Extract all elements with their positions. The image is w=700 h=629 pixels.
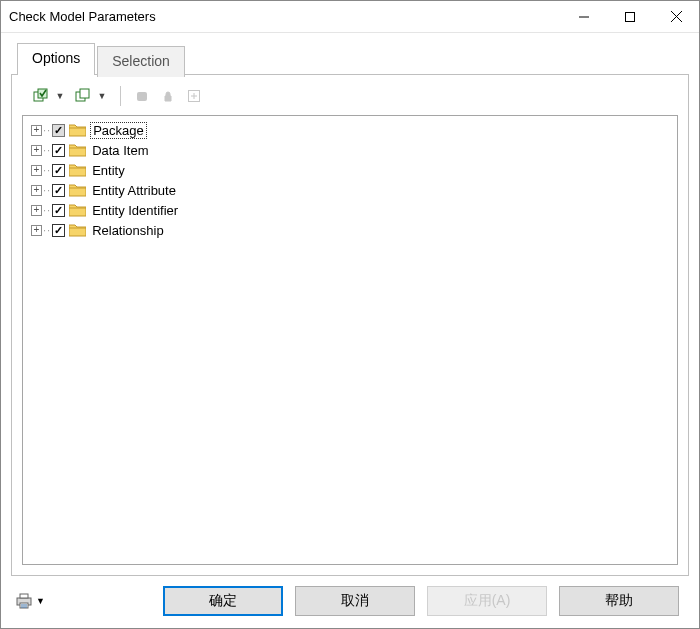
tree-connector: ·· xyxy=(42,184,52,196)
tree-connector: ·· xyxy=(42,204,52,216)
tab-label: Options xyxy=(32,50,80,66)
tree-item[interactable]: + ·· Entity Attribute xyxy=(31,180,675,200)
window-controls xyxy=(561,1,699,32)
add-rule-button xyxy=(183,85,205,107)
dialog-buttons: 确定 取消 应用(A) 帮助 xyxy=(163,586,679,616)
output-options-button[interactable]: ▼ xyxy=(15,592,45,610)
tree-connector: ·· xyxy=(42,144,52,156)
tree-item-label: Data Item xyxy=(90,143,150,158)
select-all-dropdown[interactable]: ▼ xyxy=(56,91,64,101)
titlebar: Check Model Parameters xyxy=(1,1,699,33)
folder-icon xyxy=(69,143,86,157)
dropdown-caret-icon: ▼ xyxy=(36,596,45,606)
dialog-window: Check Model Parameters Options Selection xyxy=(0,0,700,629)
checkbox[interactable] xyxy=(52,224,65,237)
deselect-all-dropdown[interactable]: ▼ xyxy=(98,91,106,101)
tree-item-label: Entity Identifier xyxy=(90,203,180,218)
close-icon xyxy=(671,11,682,22)
folder-icon xyxy=(69,163,86,177)
ok-button[interactable]: 确定 xyxy=(163,586,283,616)
checkbox[interactable] xyxy=(52,184,65,197)
help-button[interactable]: 帮助 xyxy=(559,586,679,616)
folder-icon xyxy=(69,183,86,197)
tree-connector: ·· xyxy=(42,124,52,136)
tab-pane-options: ▼ ▼ xyxy=(11,74,689,576)
tree-item-label: Entity xyxy=(90,163,127,178)
toolbar-separator xyxy=(120,86,121,106)
expand-toggle[interactable]: + xyxy=(31,225,42,236)
lock-icon xyxy=(161,89,175,103)
expand-toggle[interactable]: + xyxy=(31,125,42,136)
apply-button: 应用(A) xyxy=(427,586,547,616)
tree-item-label: Relationship xyxy=(90,223,166,238)
maximize-icon xyxy=(625,12,635,22)
plus-icon xyxy=(187,89,201,103)
button-label: 应用(A) xyxy=(464,592,511,610)
tree-item[interactable]: + ·· Relationship xyxy=(31,220,675,240)
checkbox[interactable] xyxy=(52,144,65,157)
close-button[interactable] xyxy=(653,1,699,32)
expand-toggle[interactable]: + xyxy=(31,185,42,196)
deselect-all-icon xyxy=(75,88,91,104)
checkbox[interactable] xyxy=(52,164,65,177)
lock-button xyxy=(157,85,179,107)
cancel-button[interactable]: 取消 xyxy=(295,586,415,616)
client-area: Options Selection ▼ xyxy=(1,33,699,628)
svg-rect-7 xyxy=(80,89,89,98)
button-label: 取消 xyxy=(341,592,369,610)
tree-item[interactable]: + ·· Entity Identifier xyxy=(31,200,675,220)
tree-connector: ·· xyxy=(42,224,52,236)
tree-connector: ·· xyxy=(42,164,52,176)
button-label: 确定 xyxy=(209,592,237,610)
tree-item[interactable]: + ·· Data Item xyxy=(31,140,675,160)
minimize-icon xyxy=(579,12,589,22)
svg-rect-1 xyxy=(626,12,635,21)
folder-icon xyxy=(69,203,86,217)
expand-toggle[interactable]: + xyxy=(31,205,42,216)
tree-view[interactable]: + ·· Package + ·· Data Item + ·· xyxy=(22,115,678,565)
window-title: Check Model Parameters xyxy=(9,9,156,24)
svg-rect-8 xyxy=(137,92,147,101)
tab-label: Selection xyxy=(112,53,170,69)
checkbox[interactable] xyxy=(52,204,65,217)
tree-item[interactable]: + ·· Entity xyxy=(31,160,675,180)
select-all-icon xyxy=(33,88,49,104)
checkbox[interactable] xyxy=(52,124,65,137)
expand-toggle[interactable]: + xyxy=(31,165,42,176)
category-icon xyxy=(135,89,149,103)
deselect-all-button[interactable] xyxy=(72,85,94,107)
button-label: 帮助 xyxy=(605,592,633,610)
folder-icon xyxy=(69,123,86,137)
expand-toggle[interactable]: + xyxy=(31,145,42,156)
folder-icon xyxy=(69,223,86,237)
tab-options[interactable]: Options xyxy=(17,43,95,75)
tree-item-label: Package xyxy=(90,122,147,139)
dialog-footer: ▼ 确定 取消 应用(A) 帮助 xyxy=(11,576,689,616)
printer-icon xyxy=(15,592,33,610)
tab-selection[interactable]: Selection xyxy=(97,46,185,77)
category-button xyxy=(131,85,153,107)
maximize-button[interactable] xyxy=(607,1,653,32)
tree-item[interactable]: + ·· Package xyxy=(31,120,675,140)
select-all-button[interactable] xyxy=(30,85,52,107)
minimize-button[interactable] xyxy=(561,1,607,32)
tab-strip: Options Selection xyxy=(11,43,689,75)
svg-rect-13 xyxy=(20,594,28,598)
tree-item-label: Entity Attribute xyxy=(90,183,178,198)
toolbar: ▼ ▼ xyxy=(22,83,678,115)
